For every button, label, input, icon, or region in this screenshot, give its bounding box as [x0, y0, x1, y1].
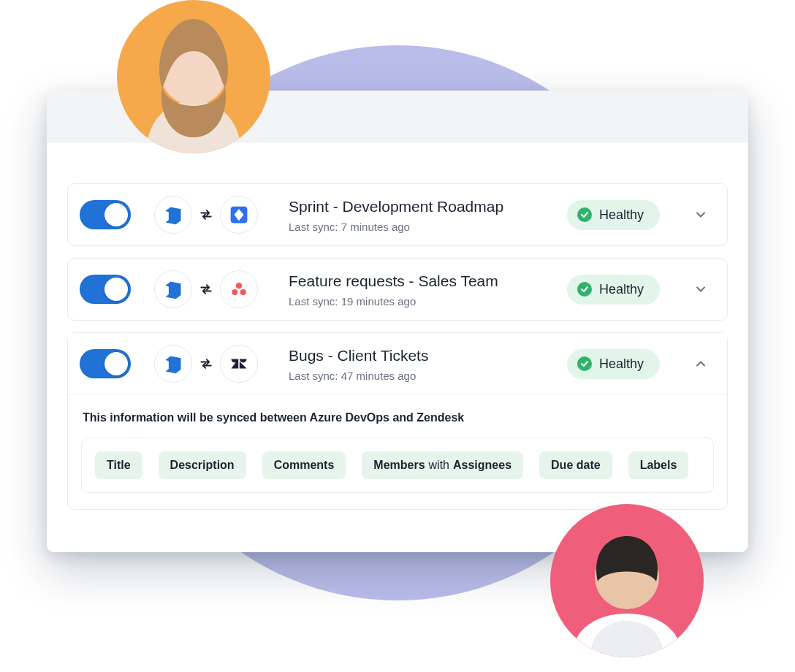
jira-icon — [220, 196, 258, 234]
collapse-button[interactable] — [691, 354, 711, 374]
flow-subtitle: Last sync: 47 minutes ago — [289, 370, 554, 382]
check-circle-icon — [577, 282, 592, 297]
enable-toggle[interactable] — [80, 200, 131, 229]
field-chip-title[interactable]: Title — [95, 451, 142, 479]
card-body: Sprint - Development Roadmap Last sync: … — [47, 142, 748, 552]
svg-point-2 — [232, 289, 237, 295]
status-badge: Healthy — [567, 200, 660, 230]
flow-title: Feature requests - Sales Team — [289, 271, 554, 291]
field-chip-comments[interactable]: Comments — [262, 451, 346, 479]
field-chip-members[interactable]: Members with Assignees — [362, 451, 523, 479]
swap-icon — [198, 281, 214, 297]
sync-fields-box: Title Description Comments Members with … — [81, 438, 714, 493]
field-chip-due-date[interactable]: Due date — [539, 451, 612, 479]
check-circle-icon — [577, 207, 592, 222]
flow-title: Bugs - Client Tickets — [289, 345, 554, 365]
tool-pair — [154, 345, 258, 383]
avatar — [550, 504, 704, 657]
status-text: Healthy — [599, 356, 644, 372]
azure-devops-icon — [154, 196, 192, 234]
status-badge: Healthy — [567, 275, 660, 305]
flow-row-expanded: Bugs - Client Tickets Last sync: 47 minu… — [67, 332, 728, 510]
flow-row[interactable]: Feature requests - Sales Team Last sync:… — [67, 258, 728, 321]
avatar — [117, 0, 270, 153]
azure-devops-icon — [154, 345, 192, 383]
flow-row[interactable]: Bugs - Client Tickets Last sync: 47 minu… — [68, 333, 727, 395]
swap-icon — [198, 207, 214, 223]
status-text: Healthy — [599, 282, 644, 297]
asana-icon — [220, 270, 258, 308]
sync-description: This information will be synced between … — [83, 411, 714, 424]
tool-pair — [154, 196, 258, 234]
check-circle-icon — [577, 356, 592, 371]
status-badge: Healthy — [567, 349, 660, 379]
integrations-card: Sprint - Development Roadmap Last sync: … — [47, 91, 748, 552]
field-chip-labels[interactable]: Labels — [628, 451, 689, 479]
status-text: Healthy — [599, 207, 644, 223]
swap-icon — [198, 356, 214, 372]
flow-row[interactable]: Sprint - Development Roadmap Last sync: … — [67, 183, 728, 246]
field-chip-description[interactable]: Description — [159, 451, 246, 479]
expand-button[interactable] — [691, 279, 711, 299]
azure-devops-icon — [154, 270, 192, 308]
svg-point-3 — [240, 289, 246, 295]
zendesk-icon — [220, 345, 258, 383]
svg-point-1 — [236, 283, 242, 289]
enable-toggle[interactable] — [80, 275, 131, 304]
expand-button[interactable] — [691, 205, 711, 225]
tool-pair — [154, 270, 258, 308]
flow-subtitle: Last sync: 7 minutes ago — [289, 221, 554, 233]
flow-title: Sprint - Development Roadmap — [289, 196, 554, 216]
flow-subtitle: Last sync: 19 minutes ago — [289, 295, 554, 308]
expanded-panel: This information will be synced between … — [68, 395, 727, 509]
enable-toggle[interactable] — [80, 349, 131, 378]
